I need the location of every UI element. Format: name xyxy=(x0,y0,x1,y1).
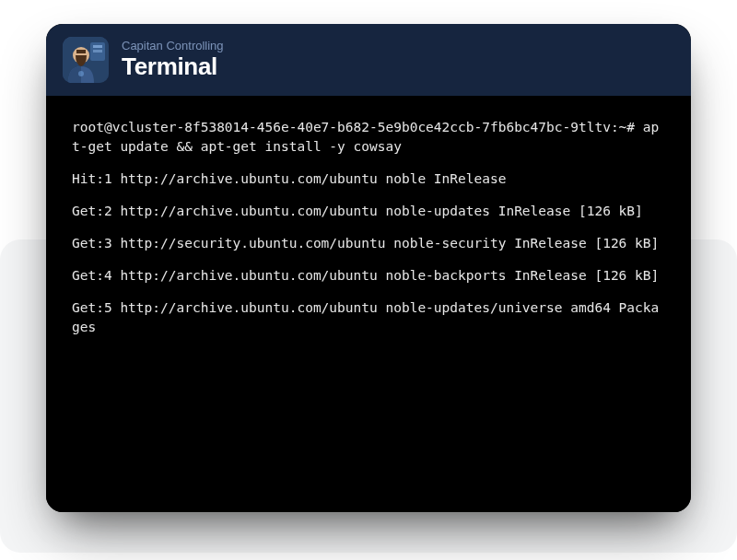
terminal-line: Hit:1 http://archive.ubuntu.com/ubuntu n… xyxy=(72,169,665,189)
terminal-line: Get:5 http://archive.ubuntu.com/ubuntu n… xyxy=(72,298,665,337)
avatar xyxy=(63,37,109,83)
window-subtitle: Capitan Controlling xyxy=(122,40,224,53)
svg-rect-5 xyxy=(76,50,86,53)
avatar-image-icon xyxy=(63,37,109,83)
terminal-window: Capitan Controlling Terminal root@vclust… xyxy=(46,24,691,512)
terminal-line: Get:3 http://security.ubuntu.com/ubuntu … xyxy=(72,234,665,253)
title-text: Capitan Controlling Terminal xyxy=(122,40,224,81)
svg-rect-2 xyxy=(93,45,102,48)
terminal-line: Get:2 http://archive.ubuntu.com/ubuntu n… xyxy=(72,202,665,221)
svg-point-6 xyxy=(78,71,84,76)
terminal-line: Get:4 http://archive.ubuntu.com/ubuntu n… xyxy=(72,266,665,286)
window-title: Terminal xyxy=(122,53,224,81)
terminal-body[interactable]: root@vcluster-8f538014-456e-40e7-b682-5e… xyxy=(46,96,691,512)
svg-rect-3 xyxy=(93,50,102,52)
titlebar: Capitan Controlling Terminal xyxy=(46,24,691,96)
terminal-line: root@vcluster-8f538014-456e-40e7-b682-5e… xyxy=(72,118,665,157)
